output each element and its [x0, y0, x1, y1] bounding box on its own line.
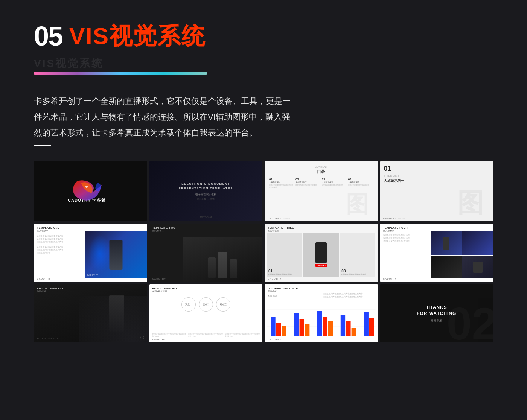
toc-item-3: 03 大标题示例三 这里是内容说明这里是内容说明: [322, 178, 347, 188]
tpl3-col2: CADOTHY: [303, 233, 339, 277]
tpl4-label-cn: 图文模板四: [383, 229, 408, 233]
svg-rect-9: [300, 319, 304, 336]
elec-cn-title: 电子文档演示模板: [178, 193, 233, 196]
tpl4-image-grid: [431, 231, 493, 278]
slide-content-toc: 图 CONTENT 目录 01 大标题示例一 这里是内容说明这里是内容说明这里是…: [265, 161, 378, 221]
slide-template-one: TEMPLATE ONE 图文模板一 这里是正文内容这里是正文内容这里是正文内容…: [34, 224, 147, 282]
tpl1-brand: CADOTHY: [87, 274, 98, 276]
photo-tpl-label: PHOTO TEMPLATE: [37, 287, 64, 290]
bar-chart-svg: [267, 309, 376, 336]
device-shape: [109, 240, 122, 270]
tpl3-label-cn: 图文模板三: [268, 229, 294, 233]
slide-template-two: TEMPLATE TWO 图文模板二 CADOTHY: [149, 224, 263, 282]
page-container: 05 VIS视觉系统 VIS视觉系统 卡多希开创了一个全新的直播形式，它不仅仅是…: [0, 0, 527, 365]
circle-1: 观点一: [181, 297, 196, 312]
diagram-footer: CADOTHY: [268, 338, 282, 341]
tpl2-devices: [183, 237, 262, 282]
tpl3-grid: 01 内容说明内容说明内容说明内容说明 CADOTHY 03 内容说明内容说明内…: [265, 233, 378, 277]
diagram-chart-area: [267, 309, 376, 337]
tpl4-cell-2: [462, 231, 493, 255]
tpl1-label-cn: 图文模板一: [37, 229, 59, 233]
diagram-chart-title: 图表名称: [268, 295, 277, 298]
tpl3-label: TEMPLATE THREE: [268, 227, 294, 229]
title-page-en: TITLE ONE: [384, 174, 490, 177]
slide-electronic: ELECTRONIC DOCUMENTPRESENTATION TEMPLATE…: [149, 161, 263, 221]
title-footer: CADOTHY 00|00|01: [383, 217, 406, 219]
photo-tpl-label-cn: 纯图模板: [37, 290, 64, 293]
toc-label: CONTENT: [269, 166, 373, 168]
circle-3: 观点三: [216, 297, 230, 312]
tpl1-text: 这里是正文内容这里是正文内容这里是正文内容这里是正文内容这里是正文内容这里是正文…: [37, 235, 82, 254]
svg-point-1: [85, 186, 88, 188]
svg-rect-7: [282, 326, 286, 336]
elec-bottom: ADDTHY 01: [200, 216, 212, 218]
smoke-effect: [88, 235, 111, 272]
point-footer: CADOTHY: [152, 338, 166, 341]
slide-diagram-template: DIAGRAM TEMPLATE 图表模板 这里是正文内容这里是正文内容这里是正…: [265, 284, 378, 342]
elec-page-indicator: 案例上海 · 王老师: [178, 198, 233, 201]
tpl4-label: TEMPLATE FOUR: [383, 227, 408, 229]
slide-thanks: 02 THANKSFOR WATCHING 谢谢观看: [380, 284, 493, 342]
point-tpl-label-cn: 标题+观点模板: [152, 290, 178, 293]
device-center: [315, 242, 327, 263]
thanks-cn: 谢谢观看: [417, 318, 456, 323]
title-page-num: 01: [384, 165, 490, 173]
toc-items: 01 大标题示例一 这里是内容说明这里是内容说明这里是内容说明 02 大标题示例…: [269, 178, 373, 188]
point-texts: 这里是正文内容这里是正文内容这里是正文内容这里是正文内容 这里是正文内容这里是正…: [152, 333, 260, 337]
tpl2-label: TEMPLATE TWO: [152, 227, 175, 229]
toc-item-2: 02 大标题示例二 这里是内容说明这里是内容说明: [295, 178, 321, 188]
svg-rect-18: [369, 318, 374, 336]
tpl4-cell-3: [431, 256, 462, 278]
slide-photo-template: PHOTO TEMPLATE 纯图模板 XIYODESIGN.COM: [34, 284, 147, 342]
cadothy-badge: CADOTHY: [315, 264, 327, 267]
toc-item-1: 01 大标题示例一 这里是内容说明这里是内容说明这里是内容说明: [269, 178, 294, 188]
tpl1-footer: CADOTHY: [37, 278, 51, 280]
svg-rect-11: [317, 311, 322, 336]
header-shadow-row: VIS视觉系统: [34, 56, 493, 68]
point-text-2: 这里是正文内容这里是正文内容这里是正文内容这里是正文内容: [188, 333, 224, 337]
gradient-bar: [34, 72, 207, 75]
point-tpl-label: POINT TEMPLATE: [152, 287, 178, 290]
svg-rect-8: [294, 313, 299, 336]
thanks-content: THANKSFOR WATCHING 谢谢观看: [417, 304, 456, 323]
device2: [218, 252, 227, 278]
tpl4-footer: CADOTHY: [383, 278, 397, 280]
tpl2-label-cn: 图文模板二: [152, 229, 175, 233]
device1: [208, 257, 216, 278]
svg-rect-16: [352, 328, 356, 336]
header-shadow-text: VIS视觉系统: [34, 58, 104, 69]
slide-logo: CADOTHY 卡多希: [34, 161, 147, 221]
header-section: 05 VIS视觉系统: [34, 23, 493, 50]
header-number: 05: [34, 23, 62, 50]
svg-rect-13: [328, 321, 333, 336]
photo-dot: [140, 336, 144, 339]
photo-light: [79, 296, 147, 342]
svg-rect-15: [346, 321, 350, 336]
title-page-cn: 大标题示例一: [384, 178, 490, 183]
slides-grid: CADOTHY 卡多希 ELECTRONIC DOCUMENTPRESENTAT…: [34, 161, 493, 342]
photo-watermark: XIYODESIGN.COM: [37, 337, 59, 339]
device3: [230, 259, 237, 278]
slide-template-four: TEMPLATE FOUR 图文模板四 这里是正文内容这里是正文内容这里是正文内…: [380, 224, 493, 282]
logo-svg: CADOTHY 卡多希: [66, 177, 115, 205]
tpl1-label: TEMPLATE ONE: [37, 227, 59, 229]
slide-template-three: TEMPLATE THREE 图文模板三 01 内容说明内容说明内容说明内容说明…: [265, 224, 378, 282]
point-text-1: 这里是正文内容这里是正文内容这里是正文内容这里是正文内容: [152, 333, 187, 337]
diagram-tpl-label-cn: 图表模板: [268, 290, 298, 293]
slide-title-page: 图 01 TITLE ONE 大标题示例一 CADOTHY 00|00|01: [380, 161, 493, 221]
svg-rect-17: [364, 312, 369, 336]
diagram-tpl-label: DIAGRAM TEMPLATE: [268, 287, 298, 290]
toc-item-4: 04 大标题示例四 这里是内容说明这里是内容说明: [348, 178, 373, 188]
tpl4-text: 这里是正文内容这里是正文内容这里是正文内容这里是正文内容这里是正文内容这里是正文…: [383, 234, 426, 242]
thanks-title: THANKSFOR WATCHING: [417, 304, 456, 317]
point-circles: 观点一 观点二 观点三: [149, 297, 263, 312]
svg-rect-5: [271, 317, 275, 336]
tpl4-cell-4: [462, 256, 493, 278]
description-text: 卡多希开创了一个全新的直播形式，它不仅仅是个设备、工具，更是一件艺术品，它让人与…: [34, 93, 297, 140]
svg-rect-10: [305, 324, 309, 336]
tpl1-image: CADOTHY: [85, 231, 147, 278]
tpl2-footer: CADOTHY: [152, 278, 166, 280]
header-title: VIS视觉系统: [69, 24, 206, 48]
svg-rect-12: [323, 317, 327, 336]
slide-point-template: POINT TEMPLATE 标题+观点模板 观点一 观点二 观点三 这里是正文…: [149, 284, 263, 342]
